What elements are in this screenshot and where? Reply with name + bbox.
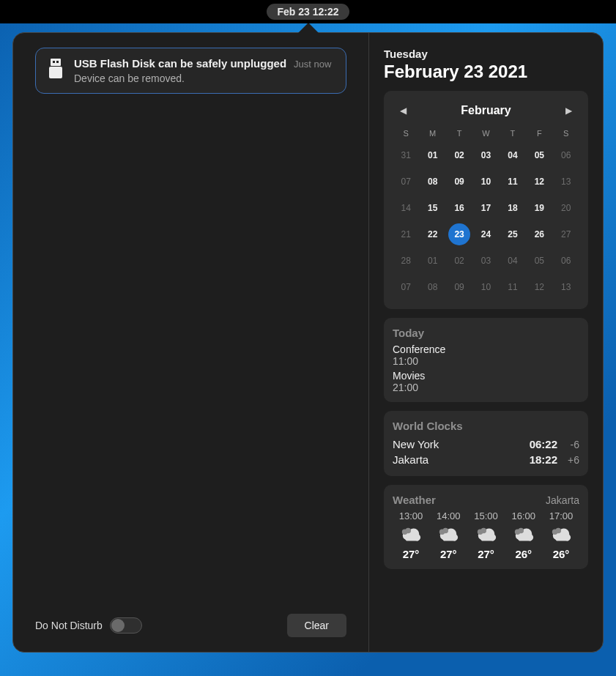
clock-city: New York <box>393 438 530 450</box>
calendar-day[interactable]: 04 <box>500 248 526 274</box>
calendar-day[interactable]: 07 <box>393 274 419 300</box>
calendar-day[interactable]: 25 <box>500 221 526 248</box>
dnd-toggle[interactable] <box>110 617 142 634</box>
cloudy-icon <box>550 526 572 543</box>
calendar-day[interactable]: 14 <box>393 195 419 221</box>
next-month-icon[interactable]: ▶ <box>561 103 576 119</box>
calendar-day[interactable]: 28 <box>393 248 419 274</box>
forecast-temp: 27° <box>478 548 494 560</box>
calendar-day[interactable]: 17 <box>472 195 499 221</box>
forecast-time: 14:00 <box>437 510 461 521</box>
weather-card[interactable]: Weather Jakarta 13:0027°14:0027°15:0027°… <box>384 485 588 569</box>
world-clock-row: New York06:22-6 <box>393 437 579 452</box>
svg-point-23 <box>518 528 524 534</box>
svg-rect-15 <box>480 536 494 541</box>
forecast-item: 14:0027° <box>430 510 467 560</box>
calendar-day[interactable]: 11 <box>500 274 526 300</box>
svg-rect-9 <box>443 536 457 541</box>
dnd-label: Do Not Disturb <box>35 620 103 631</box>
calendar-day[interactable]: 26 <box>526 221 552 248</box>
world-clocks-heading: World Clocks <box>393 420 579 432</box>
weather-location: Jakarta <box>546 494 579 506</box>
calendar-dow: F <box>526 125 552 142</box>
calendar-day[interactable]: 24 <box>472 221 499 248</box>
clock-time: 06:22 <box>530 438 557 450</box>
event-name: Movies <box>393 370 579 382</box>
calendar-day[interactable]: 08 <box>419 168 445 195</box>
calendar-day[interactable]: 09 <box>446 168 472 195</box>
calendar-day[interactable]: 16 <box>446 195 472 221</box>
calendar-day[interactable]: 01 <box>419 142 445 168</box>
calendar-day[interactable]: 18 <box>500 195 526 221</box>
clear-button[interactable]: Clear <box>287 614 346 637</box>
cloudy-icon <box>475 526 497 543</box>
clock-time: 18:22 <box>530 453 557 466</box>
calendar-day[interactable]: 12 <box>526 274 552 300</box>
clock-offset: +6 <box>557 454 579 466</box>
top-bar: Feb 23 12:22 <box>0 0 616 23</box>
cloudy-icon <box>437 526 459 543</box>
date-header: Tuesday February 23 2021 <box>384 48 588 82</box>
clock-city: Jakarta <box>393 453 530 466</box>
calendar-day[interactable]: 13 <box>553 168 579 195</box>
calendar-day[interactable]: 02 <box>446 142 472 168</box>
calendar-day[interactable]: 21 <box>393 221 419 248</box>
calendar-day[interactable]: 01 <box>419 248 445 274</box>
calendar-dow: W <box>472 125 499 142</box>
world-clocks-card[interactable]: World Clocks New York06:22-6Jakarta18:22… <box>384 411 588 476</box>
calendar-dow: T <box>446 125 472 142</box>
calendar-day[interactable]: 19 <box>526 195 552 221</box>
event-item[interactable]: Conference11:00 <box>393 343 579 367</box>
today-card[interactable]: Today Conference11:00Movies21:00 <box>384 318 588 402</box>
svg-point-29 <box>556 528 562 534</box>
popover-arrow <box>298 23 319 33</box>
calendar-day[interactable]: 10 <box>472 168 499 195</box>
calendar-day[interactable]: 27 <box>553 221 579 248</box>
calendar-day[interactable]: 04 <box>500 142 526 168</box>
calendar-day[interactable]: 03 <box>472 142 499 168</box>
svg-rect-27 <box>556 536 570 541</box>
calendar-day[interactable]: 08 <box>419 274 445 300</box>
calendar-day[interactable]: 12 <box>526 168 552 195</box>
calendar-day[interactable]: 20 <box>553 195 579 221</box>
calendar-day[interactable]: 15 <box>419 195 445 221</box>
calendar-day[interactable]: 10 <box>472 274 499 300</box>
usb-icon <box>48 59 64 81</box>
forecast-temp: 26° <box>515 548 532 560</box>
calendar-day[interactable]: 22 <box>419 221 445 248</box>
svg-point-5 <box>406 528 412 534</box>
prev-month-icon[interactable]: ◀ <box>396 103 411 119</box>
svg-rect-21 <box>518 536 532 541</box>
calendar-day[interactable]: 07 <box>393 168 419 195</box>
forecast-item: 16:0026° <box>505 510 542 560</box>
forecast-time: 16:00 <box>511 510 535 521</box>
clock-pill[interactable]: Feb 23 12:22 <box>267 4 349 20</box>
notification-card[interactable]: USB Flash Disk can be safely unplugged J… <box>35 48 346 94</box>
calendar-day[interactable]: 11 <box>500 168 526 195</box>
calendar-day[interactable]: 02 <box>446 248 472 274</box>
event-name: Conference <box>393 343 579 355</box>
notification-body: USB Flash Disk can be safely unplugged J… <box>74 57 334 84</box>
calendar-dow: S <box>393 125 419 142</box>
forecast-temp: 27° <box>403 548 420 560</box>
calendar-day[interactable]: 06 <box>553 248 579 274</box>
notifications-footer: Do Not Disturb Clear <box>35 614 346 637</box>
calendar-day[interactable]: 09 <box>446 274 472 300</box>
clock-offset: -6 <box>557 439 579 450</box>
forecast-time: 13:00 <box>399 510 423 521</box>
event-time: 11:00 <box>393 355 579 367</box>
event-time: 21:00 <box>393 382 579 393</box>
calendar-day-today[interactable]: 23 <box>446 221 472 248</box>
calendar-day[interactable]: 06 <box>553 142 579 168</box>
calendar-day[interactable]: 31 <box>393 142 419 168</box>
calendar-day[interactable]: 05 <box>526 248 552 274</box>
calendar-dow: S <box>553 125 579 142</box>
calendar-dow: T <box>500 125 526 142</box>
calendar-day[interactable]: 05 <box>526 142 552 168</box>
event-item[interactable]: Movies21:00 <box>393 370 579 393</box>
calendar-day[interactable]: 03 <box>472 248 499 274</box>
calendar-pane: Tuesday February 23 2021 ◀ February ▶ SM… <box>369 33 603 652</box>
weekday-label: Tuesday <box>384 48 588 60</box>
calendar-popover: USB Flash Disk can be safely unplugged J… <box>12 32 604 653</box>
calendar-day[interactable]: 13 <box>553 274 579 300</box>
